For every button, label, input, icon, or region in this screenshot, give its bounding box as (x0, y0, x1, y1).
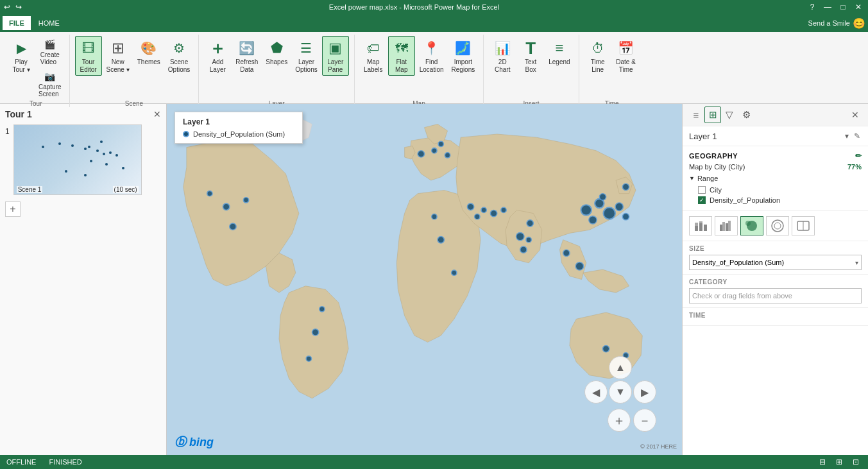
layer-name-bar: Layer 1 ▾ ✎ (683, 126, 868, 146)
city-check-row: City (689, 185, 862, 195)
filter-icon-btn[interactable]: ▽ (721, 107, 738, 123)
svg-point-15 (501, 207, 506, 212)
restore-btn[interactable]: □ (837, 3, 849, 12)
2d-chart-btn[interactable]: 📊 2DChart (489, 36, 516, 76)
new-scene-btn[interactable]: ⊞ NewScene ▾ (103, 36, 133, 76)
clustered-bar-chart-btn[interactable] (715, 216, 738, 235)
import-regions-btn[interactable]: 🗾 ImportRegions (448, 36, 479, 76)
map-labels-btn[interactable]: 🏷 MapLabels (360, 36, 387, 76)
confidence-value: 77% (847, 163, 862, 171)
text-box-btn[interactable]: T TextBox (517, 36, 544, 76)
svg-rect-38 (699, 223, 702, 231)
find-location-btn[interactable]: 📍 FindLocation (416, 36, 447, 76)
find-location-icon: 📍 (421, 38, 442, 58)
ribbon-content: ▶ PlayTour ▾ 🎬 CreateVideo 📷 CaptureScre… (0, 32, 868, 107)
svg-point-9 (432, 148, 437, 153)
zoom-out-btn[interactable]: － (633, 409, 656, 432)
nav-left-btn[interactable]: ◀ (584, 380, 608, 404)
import-regions-icon: 🗾 (453, 38, 473, 58)
category-input[interactable]: Check or drag fields from above (689, 288, 862, 303)
layer-options-icon: ☰ (296, 38, 316, 58)
refresh-data-btn[interactable]: 🔄 RefreshData (232, 36, 261, 76)
minimize-btn[interactable]: — (822, 3, 833, 12)
bing-logo: ⓑ bing (174, 434, 214, 450)
undo-btn[interactable]: ↩ (4, 3, 10, 12)
size-section: SIZE Density_of_Population (Sum) ▾ (683, 241, 868, 275)
geography-edit-btn[interactable]: ✏ (855, 151, 862, 160)
layer-name-text: Layer 1 (689, 132, 717, 141)
legend-btn[interactable]: ≡ Legend (545, 36, 573, 68)
tour-close-btn[interactable]: ✕ (153, 109, 161, 119)
svg-point-24 (603, 207, 615, 219)
ribbon-group-time: ⏱ TimeLine 📅 Date &Time Time (579, 35, 645, 107)
fields-icon-btn[interactable]: ⊞ (704, 107, 721, 123)
time-section: TIME (683, 308, 868, 326)
nav-up-btn[interactable]: ▲ (609, 356, 632, 379)
map-nav-controls: ▲ ◀ ▼ ▶ (584, 356, 656, 404)
ribbon-group-map: 🏷 MapLabels 🗺 FlatMap 📍 FindLocation 🗾 I… (355, 35, 484, 107)
redo-btn[interactable]: ↪ (15, 3, 22, 12)
close-btn[interactable]: ✕ (853, 3, 864, 12)
video-icon: 🎬 (43, 37, 57, 51)
editor-icon: 🎞 (78, 38, 99, 58)
city-checkbox[interactable] (698, 186, 706, 194)
svg-point-46 (745, 221, 751, 226)
right-panel-close-btn[interactable]: ✕ (847, 108, 863, 121)
category-section: CATEGORY Check or drag fields from above (683, 275, 868, 308)
status-bar: OFFLINE FINISHED ⊟ ⊞ ⊡ (0, 455, 868, 469)
range-header[interactable]: ▼ Range (689, 175, 862, 182)
time-line-btn[interactable]: ⏱ TimeLine (584, 36, 611, 76)
date-time-btn[interactable]: 📅 Date &Time (613, 36, 640, 76)
add-scene-btn[interactable]: + (5, 201, 21, 217)
scene-options-btn[interactable]: ⚙ SceneOptions (165, 36, 193, 76)
help-btn[interactable]: ? (806, 3, 818, 12)
home-menu-item[interactable]: HOME (32, 16, 66, 30)
right-panel-header: ≡ ⊞ ▽ ⚙ ✕ (683, 104, 868, 126)
layer-edit-btn[interactable]: ✎ (853, 130, 862, 142)
layer-dropdown-btn[interactable]: ▾ (844, 130, 850, 142)
scene-options-icon: ⚙ (169, 38, 189, 58)
bubble-chart-btn[interactable] (740, 216, 763, 235)
region-chart-btn[interactable] (792, 216, 815, 235)
svg-point-34 (602, 345, 609, 352)
tour-title: Tour 1 (5, 109, 32, 119)
shapes-btn[interactable]: ⬟ Shapes (262, 36, 291, 68)
svg-point-18 (527, 220, 533, 226)
create-video-btn[interactable]: 🎬 CreateVideo (36, 36, 64, 67)
zoom-in-btn[interactable]: ＋ (608, 409, 631, 432)
stacked-bar-chart-btn[interactable] (689, 216, 712, 235)
geography-section: GEOGRAPHY ✏ Map by City (City) 77% ▼ Ran… (683, 146, 868, 211)
range-section: ▼ Range City ✓ Density_of_Population (689, 175, 862, 205)
status-icon-2[interactable]: ⊞ (833, 456, 845, 468)
density-checkbox[interactable]: ✓ (698, 196, 706, 204)
flat-map-btn[interactable]: 🗺 FlatMap (388, 36, 415, 76)
send-smile[interactable]: Send a Smile 😊 (808, 17, 865, 30)
capture-screen-btn[interactable]: 📷 CaptureScreen (36, 68, 64, 99)
nav-right-btn[interactable]: ▶ (633, 380, 656, 404)
settings-icon-btn[interactable]: ⚙ (738, 107, 754, 123)
svg-rect-44 (728, 221, 731, 231)
layer-options-btn[interactable]: ☰ LayerOptions (292, 36, 320, 76)
svg-point-32 (438, 237, 444, 243)
themes-btn[interactable]: 🎨 Themes (134, 36, 164, 68)
scene-thumbnail[interactable]: Scene 1 (10 sec) (13, 124, 142, 195)
status-icon-1[interactable]: ⊟ (817, 456, 828, 468)
nav-down-btn[interactable]: ▼ (609, 380, 632, 404)
svg-rect-37 (695, 223, 698, 226)
heat-chart-btn[interactable] (766, 216, 789, 235)
svg-point-11 (438, 141, 443, 146)
scene-map-preview (14, 125, 141, 194)
layers-icon-btn[interactable]: ≡ (688, 107, 704, 123)
layer-pane-icon: ▣ (325, 38, 346, 58)
svg-point-8 (418, 151, 424, 157)
layer-popup-title: Layer 1 (183, 117, 294, 126)
map-area[interactable]: Layer 1 Density_of_Population (Sum) (167, 104, 682, 455)
layer-pane-btn[interactable]: ▣ LayerPane (322, 36, 349, 76)
play-tour-btn[interactable]: ▶ PlayTour ▾ (8, 36, 35, 76)
size-dropdown[interactable]: Density_of_Population (Sum) ▾ (689, 255, 862, 270)
tour-editor-btn[interactable]: 🎞 TourEditor (75, 36, 102, 76)
status-icon-3[interactable]: ⊡ (850, 456, 862, 468)
svg-rect-36 (695, 226, 698, 231)
add-layer-btn[interactable]: ＋ AddLayer (204, 36, 231, 76)
file-menu-btn[interactable]: FILE (3, 16, 31, 30)
